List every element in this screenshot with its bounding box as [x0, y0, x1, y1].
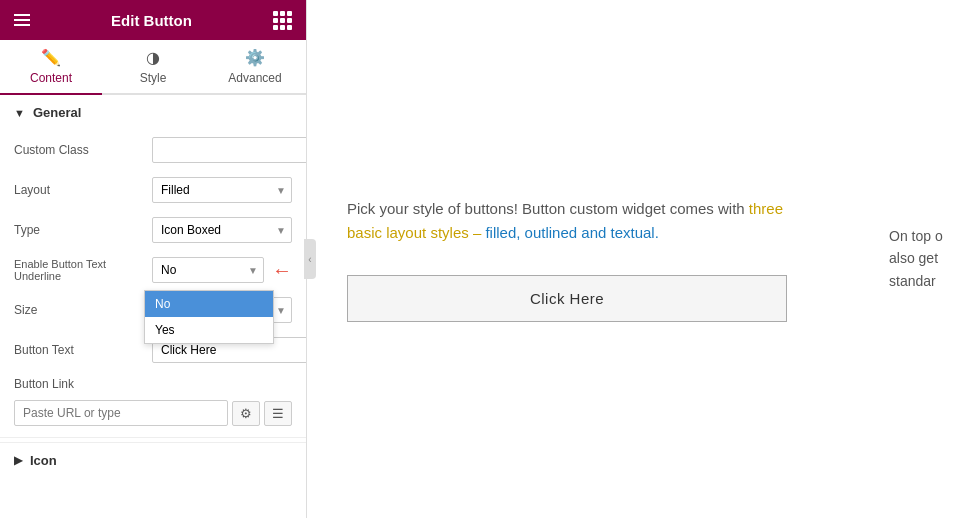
style-tab-icon: ◑ — [146, 48, 160, 67]
type-control: Icon Boxed Icon Text ▼ — [152, 217, 292, 243]
main-content: Pick your style of buttons! Button custo… — [307, 0, 969, 518]
button-link-control: ⚙ ☰ — [14, 400, 292, 426]
icon-section-header[interactable]: ▶ Icon — [0, 442, 306, 478]
button-link-input-row: ⚙ ☰ — [0, 398, 306, 433]
button-text-label: Button Text — [14, 343, 144, 357]
button-link-label: Button Link — [14, 377, 144, 391]
panel-collapse-handle[interactable]: ‹ — [304, 239, 316, 279]
layout-select-wrapper: Filled Outlined Textual ▼ — [152, 177, 292, 203]
content-tab-icon: ✏️ — [41, 48, 61, 67]
underline-control: No Yes ▼ ← — [152, 257, 292, 283]
tab-style[interactable]: ◑ Style — [102, 40, 204, 95]
layout-label: Layout — [14, 183, 144, 197]
grid-view-icon[interactable] — [273, 11, 292, 30]
click-here-button[interactable]: Click Here — [347, 275, 787, 322]
panel-title: Edit Button — [111, 12, 192, 29]
icon-collapse-icon[interactable]: ▶ — [14, 454, 22, 467]
arrow-indicator-icon: ← — [272, 259, 292, 282]
advanced-tab-icon: ⚙️ — [245, 48, 265, 67]
description-part-3: filled, outlined and textual. — [481, 224, 659, 241]
custom-class-control: ☰ — [152, 137, 306, 163]
custom-class-input[interactable] — [152, 137, 306, 163]
tab-advanced-label: Advanced — [228, 71, 281, 85]
description-text: Pick your style of buttons! Button custo… — [347, 197, 787, 245]
custom-class-label: Custom Class — [14, 143, 144, 157]
layout-row: Layout Filled Outlined Textual ▼ — [0, 170, 306, 210]
right-peek-line2: also get — [889, 248, 969, 270]
underline-dropdown-overlay: No Yes — [144, 290, 274, 344]
general-collapse-icon[interactable]: ▼ — [14, 107, 25, 119]
type-label: Type — [14, 223, 144, 237]
icon-section-label: Icon — [30, 453, 57, 468]
tab-style-label: Style — [140, 71, 167, 85]
type-select[interactable]: Icon Boxed Icon Text — [152, 217, 292, 243]
layout-select[interactable]: Filled Outlined Textual — [152, 177, 292, 203]
custom-class-row: Custom Class ☰ — [0, 130, 306, 170]
general-section-label: General — [33, 105, 81, 120]
size-label: Size — [14, 303, 144, 317]
button-link-input[interactable] — [14, 400, 228, 426]
panel-body: ▼ General Custom Class ☰ Layout Filled O… — [0, 95, 306, 518]
tab-content[interactable]: ✏️ Content — [0, 40, 102, 95]
description-part-1: Pick your style of buttons! Button custo… — [347, 200, 749, 217]
button-link-menu-icon[interactable]: ☰ — [264, 401, 292, 426]
underline-select-wrapper: No Yes ▼ — [152, 257, 264, 283]
button-link-row: Button Link — [0, 370, 306, 398]
dropdown-option-no[interactable]: No — [145, 291, 273, 317]
hamburger-menu-icon[interactable] — [14, 14, 30, 26]
right-peek-line3: standar — [889, 270, 969, 292]
type-row: Type Icon Boxed Icon Text ▼ — [0, 210, 306, 250]
left-panel: Edit Button ✏️ Content ◑ Style ⚙️ Advanc… — [0, 0, 307, 518]
tab-content-label: Content — [30, 71, 72, 85]
tab-bar: ✏️ Content ◑ Style ⚙️ Advanced — [0, 40, 306, 95]
right-peek-text: On top o also get standar — [889, 225, 969, 292]
underline-label: Enable Button Text Underline — [14, 258, 144, 282]
button-link-settings-icon[interactable]: ⚙ — [232, 401, 260, 426]
layout-control: Filled Outlined Textual ▼ — [152, 177, 292, 203]
divider — [0, 437, 306, 438]
right-peek-line1: On top o — [889, 225, 969, 247]
panel-header: Edit Button — [0, 0, 306, 40]
type-select-wrapper: Icon Boxed Icon Text ▼ — [152, 217, 292, 243]
general-section-header: ▼ General — [0, 95, 306, 130]
underline-select[interactable]: No Yes — [152, 257, 264, 283]
tab-advanced[interactable]: ⚙️ Advanced — [204, 40, 306, 95]
dropdown-option-yes[interactable]: Yes — [145, 317, 273, 343]
underline-row: Enable Button Text Underline No Yes ▼ ← … — [0, 250, 306, 290]
